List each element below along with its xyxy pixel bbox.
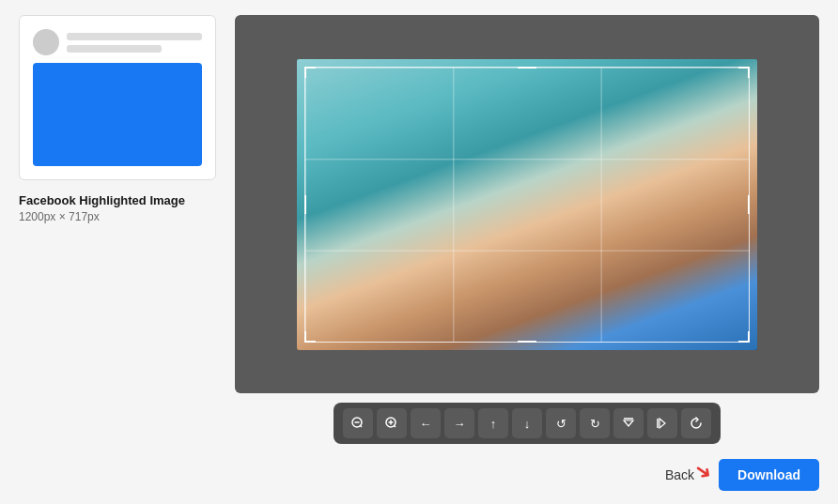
zoom-in-button[interactable] <box>377 408 407 438</box>
preview-header <box>33 29 202 55</box>
zoom-out-button[interactable] <box>343 408 373 438</box>
bottom-bar: ➜ Back Download <box>0 453 838 504</box>
svg-marker-9 <box>660 419 665 428</box>
handle-bottom-right[interactable] <box>738 331 750 343</box>
handle-top-right[interactable] <box>738 67 750 78</box>
handle-bottom-left[interactable] <box>304 331 316 343</box>
preview-card <box>19 15 216 180</box>
left-panel: Facebook Highlighted Image 1200px × 717p… <box>19 15 216 444</box>
preview-lines <box>67 33 202 53</box>
preview-image-placeholder <box>33 63 202 166</box>
flip-vertical-button[interactable] <box>613 408 644 438</box>
handle-mid-left[interactable] <box>304 195 306 214</box>
flip-horizontal-button[interactable] <box>647 408 677 438</box>
crop-image-area[interactable] <box>297 59 757 350</box>
line-long <box>67 33 202 40</box>
move-up-button[interactable]: ↑ <box>478 408 508 438</box>
avatar <box>33 29 59 55</box>
line-short <box>67 45 162 53</box>
back-button[interactable]: Back <box>652 460 707 490</box>
preview-title: Facebook Highlighted Image <box>19 193 216 207</box>
handle-top-left[interactable] <box>304 67 316 78</box>
dimensions-label: 1200px × 717px <box>19 210 216 223</box>
toolbar: ← → ↑ ↓ ↺ ↻ <box>334 403 721 444</box>
move-down-button[interactable]: ↓ <box>512 408 542 438</box>
move-left-button[interactable]: ← <box>411 408 441 438</box>
handle-bottom-mid[interactable] <box>518 331 536 343</box>
info-section: Facebook Highlighted Image 1200px × 717p… <box>19 193 216 223</box>
right-panel: ← → ↑ ↓ ↺ ↻ <box>235 15 819 444</box>
handle-mid-right[interactable] <box>748 195 750 214</box>
handle-top-mid[interactable] <box>518 67 536 78</box>
download-button[interactable]: Download <box>719 459 819 491</box>
crop-overlay[interactable] <box>304 67 750 343</box>
main-container: Facebook Highlighted Image 1200px × 717p… <box>0 0 838 453</box>
crop-container <box>235 15 819 393</box>
move-right-button[interactable]: → <box>444 408 474 438</box>
rotate-right-button[interactable]: ↻ <box>580 408 610 438</box>
rotate-left-button[interactable]: ↺ <box>546 408 576 438</box>
reset-button[interactable] <box>681 408 711 438</box>
svg-marker-7 <box>624 420 633 426</box>
